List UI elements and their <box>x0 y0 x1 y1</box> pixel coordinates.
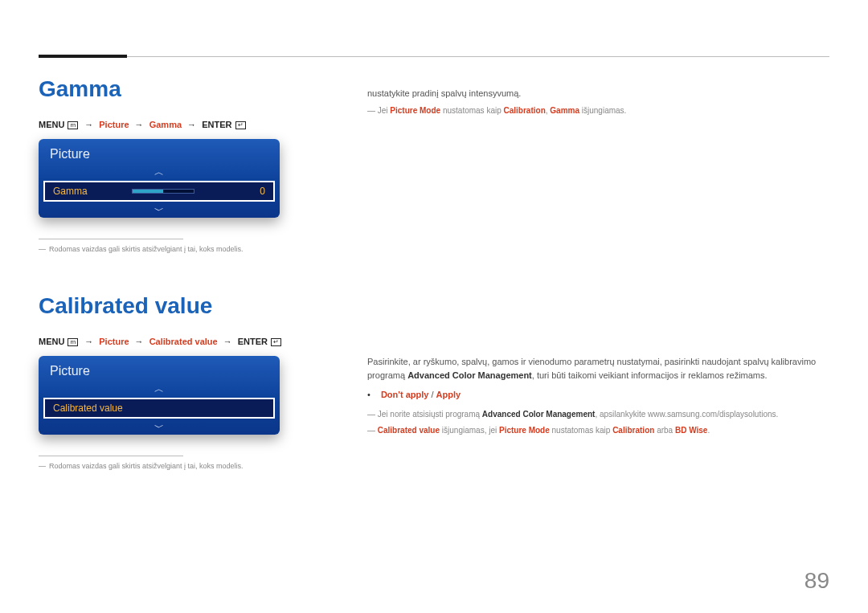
divider <box>39 239 183 239</box>
arrow-icon: → <box>81 120 96 129</box>
breadcrumb-calibrated: MENU m → Picture → Calibrated value → EN… <box>39 337 320 346</box>
chevron-up-icon[interactable]: ︿ <box>39 382 280 396</box>
dash-icon: ― <box>39 462 49 470</box>
osd-panel-title: Picture <box>39 356 280 382</box>
osd-row-gamma[interactable]: Gamma 0 <box>43 181 275 202</box>
enter-icon: ↵ <box>271 338 281 346</box>
calibrated-disabled-note: ― Calibrated value išjungiamas, jei Pict… <box>367 424 833 437</box>
header-rule <box>39 56 829 57</box>
arrow-icon: → <box>220 337 235 346</box>
crumb-picture: Picture <box>99 120 129 129</box>
crumb-gamma: Gamma <box>149 120 182 129</box>
calibrated-download-note: ― Jei norite atsisiųsti programą Advance… <box>367 408 833 421</box>
calibrated-paragraph: Pasirinkite, ar ryškumo, spalvų, gamos i… <box>367 355 833 383</box>
dash-icon: ― <box>367 426 375 435</box>
dash-icon: ― <box>367 106 375 115</box>
page-number: 89 <box>805 568 829 594</box>
bullet-apply-options: Don't apply / Apply <box>367 388 833 403</box>
osd-panel-calibrated: Picture ︿ Calibrated value ﹀ <box>39 356 280 435</box>
chevron-up-icon[interactable]: ︿ <box>39 165 280 179</box>
section-gamma: Gamma MENU m → Picture → Gamma → ENTER ↵… <box>39 76 320 255</box>
header-rule-accent <box>39 55 127 58</box>
dash-icon: ― <box>367 410 375 419</box>
crumb-calibrated: Calibrated value <box>149 337 218 346</box>
osd-panel-title: Picture <box>39 139 280 165</box>
osd-panel-gamma: Picture ︿ Gamma 0 ﹀ <box>39 139 280 218</box>
slider-fill <box>133 190 163 193</box>
osd-row-value: 0 <box>240 186 265 197</box>
arrow-icon: → <box>132 120 147 129</box>
crumb-menu: MENU <box>39 120 64 129</box>
osd-row-calibrated[interactable]: Calibrated value <box>43 398 275 419</box>
chevron-down-icon[interactable]: ﹀ <box>39 420 280 435</box>
image-vary-note: ―Rodomas vaizdas gali skirtis atsižvelgi… <box>39 244 320 255</box>
arrow-icon: → <box>184 120 199 129</box>
crumb-picture: Picture <box>99 337 129 346</box>
arrow-icon: → <box>81 337 96 346</box>
divider <box>39 456 183 456</box>
osd-row-label: Gamma <box>53 186 88 197</box>
crumb-menu: MENU <box>39 337 64 346</box>
dash-icon: ― <box>39 245 49 253</box>
osd-slider[interactable] <box>88 189 240 194</box>
section-title-gamma: Gamma <box>39 76 320 102</box>
menu-icon: m <box>68 338 78 346</box>
section-calibrated-value: Calibrated value MENU m → Picture → Cali… <box>39 293 320 472</box>
slider-track <box>132 189 194 194</box>
gamma-note: ― Jei Picture Mode nustatomas kaip Calib… <box>367 104 833 117</box>
gamma-description: nustatykite pradinį spalvų intensyvumą. <box>367 87 833 101</box>
osd-row-label: Calibrated value <box>53 403 265 414</box>
chevron-down-icon[interactable]: ﹀ <box>39 203 280 218</box>
section-title-calibrated: Calibrated value <box>39 293 320 319</box>
image-vary-note: ―Rodomas vaizdas gali skirtis atsižvelgi… <box>39 461 320 472</box>
calibrated-text-block: Pasirinkite, ar ryškumo, spalvų, gamos i… <box>367 355 833 438</box>
crumb-enter: ENTER <box>238 337 268 346</box>
crumb-enter: ENTER <box>202 120 231 129</box>
menu-icon: m <box>68 121 78 129</box>
arrow-icon: → <box>132 337 147 346</box>
breadcrumb-gamma: MENU m → Picture → Gamma → ENTER ↵ <box>39 120 320 129</box>
enter-icon: ↵ <box>235 121 246 129</box>
